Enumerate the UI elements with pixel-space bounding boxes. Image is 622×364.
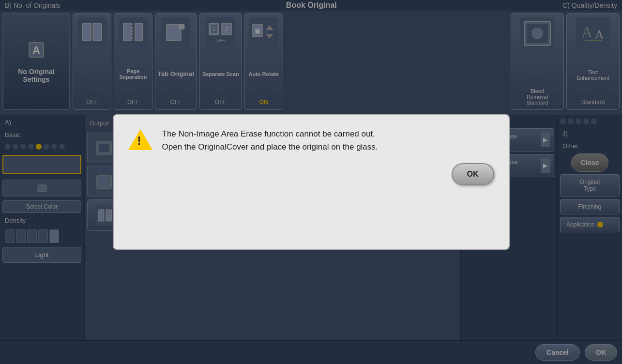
modal-overlay: The Non-Image Area Erase function cannot… [0,0,622,364]
warning-icon [128,127,152,152]
modal-message-line2: Open the OriginalCover and place the ori… [162,140,494,153]
modal-footer: OK [128,163,494,185]
modal-dialog: The Non-Image Area Erase function cannot… [113,114,510,250]
warning-triangle [128,129,152,150]
modal-ok-button[interactable]: OK [452,163,494,185]
modal-content: The Non-Image Area Erase function cannot… [128,127,494,153]
modal-text: The Non-Image Area Erase function cannot… [162,127,494,153]
modal-message-line1: The Non-Image Area Erase function cannot… [162,127,494,140]
